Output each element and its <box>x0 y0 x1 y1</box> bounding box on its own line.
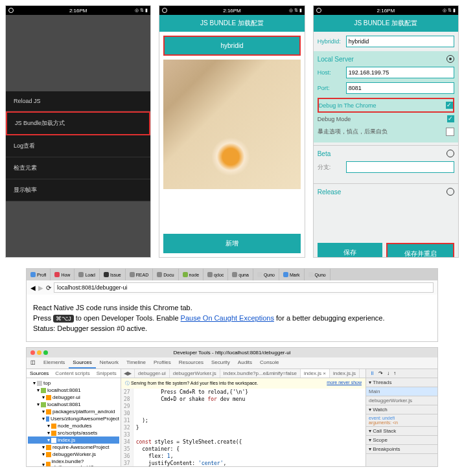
page-content: React Native JS code runs inside this Ch… <box>27 295 437 341</box>
file-tab[interactable]: index.bundle?p...e&minify=false <box>220 369 301 378</box>
tree-item[interactable]: ▾debuggerWorker.js <box>28 451 119 458</box>
tab-timeline[interactable]: Timeline <box>122 357 150 368</box>
tab[interactable]: Load <box>75 269 100 280</box>
menu-inspect[interactable]: 检查元素 <box>6 157 150 179</box>
file-tab[interactable]: debuggerWorker.js <box>170 369 220 378</box>
tab[interactable]: READ <box>126 269 153 280</box>
side-tab-snippets[interactable]: Snippets <box>93 369 120 378</box>
hybridid-input[interactable] <box>346 36 454 47</box>
file-tree: ▾top▾localhost:8081▾debugger-ui▾localhos… <box>27 378 121 466</box>
file-tab[interactable]: index.js.js <box>330 369 360 378</box>
step-in-icon[interactable]: ↓ <box>385 370 391 376</box>
tab[interactable]: qdoc <box>203 269 228 280</box>
port-input[interactable] <box>346 82 454 94</box>
tab-resources[interactable]: Resources <box>175 357 207 368</box>
save-restart-button[interactable]: 保存并重启 <box>386 243 454 258</box>
devtools-tabs: ◫ Elements Sources Network Timeline Prof… <box>27 357 437 369</box>
sources-sidebar: Sources Content scripts Snippets ▾top▾lo… <box>27 369 121 466</box>
chrome-devtools: Developer Tools - http://localhost:8081/… <box>26 347 438 467</box>
reload-icon[interactable]: ⟳ <box>46 284 51 291</box>
minimize-icon[interactable] <box>37 350 41 355</box>
tree-item[interactable]: ▾require-AwesomeProject <box>28 444 119 451</box>
info-line-1: React Native JS code runs inside this Ch… <box>33 304 431 312</box>
tab[interactable]: Mark <box>279 269 305 280</box>
branch-label: 分支: <box>318 163 346 172</box>
banner-link[interactable]: more never show <box>327 380 362 387</box>
close-icon[interactable] <box>30 350 35 355</box>
url-input[interactable] <box>54 282 434 293</box>
tree-item[interactable]: ▾localhost:8081 <box>28 387 119 394</box>
tree-item[interactable]: ▾index.js <box>28 436 119 444</box>
step-over-icon[interactable]: ↷ <box>377 370 385 376</box>
status-bar: 2:16PM ◎⇅▮ <box>314 6 458 15</box>
tab[interactable]: Issue <box>100 269 126 280</box>
tab-elements[interactable]: Elements <box>40 357 69 368</box>
tab[interactable]: Docu <box>153 269 178 280</box>
branch-input[interactable] <box>346 161 454 173</box>
beta-radio[interactable] <box>447 150 454 157</box>
tree-item[interactable]: ▾top <box>28 380 119 387</box>
add-button[interactable]: 新增 <box>163 234 300 253</box>
side-tab-sources[interactable]: Sources <box>27 369 52 378</box>
status-time: 2:16PM <box>377 8 395 14</box>
tree-item[interactable]: ▾Users/zilong/AwesomeProject <box>28 415 119 422</box>
devtools-titlebar: Developer Tools - http://localhost:8081/… <box>27 348 437 357</box>
sources-main: ◀▶debugger-uidebuggerWorker.jsindex.bund… <box>121 369 365 466</box>
tab-network[interactable]: Network <box>96 357 122 368</box>
debug-mode-checkbox[interactable]: ✓ <box>447 115 454 122</box>
source-code[interactable]: Press Cmd+R to reload,{'\n'} Cmd+D or sh… <box>133 389 251 466</box>
tab-audits[interactable]: Audits <box>234 357 256 368</box>
tab-console[interactable]: Console <box>256 357 283 368</box>
browser-tabs: Profi How Load Issue READ Docu node qdoc… <box>27 269 437 280</box>
file-tab[interactable]: index.js × <box>301 369 330 378</box>
tree-item[interactable]: ▾packages/platform_android <box>28 408 119 415</box>
tree-item[interactable]: ▾index.bundle?platform=android&m... <box>28 458 119 466</box>
menu-fps[interactable]: 显示帧率 <box>6 179 150 201</box>
menu-bundle-load[interactable]: JS Bundle加载方式 <box>6 111 150 135</box>
phone-1-dev-menu: 2:16PM ◎⇅▮ Reload JS JS Bundle加载方式 Log查看… <box>5 5 151 258</box>
line-gutter: 272829303132333435363738394041 <box>121 389 133 466</box>
status-line: Status: Debugger session #0 active. <box>33 324 431 332</box>
tab[interactable]: quna <box>228 269 253 280</box>
hybridid-button[interactable]: hybridid <box>163 36 300 56</box>
crash-checkbox[interactable] <box>446 128 454 136</box>
beta-title: Beta <box>318 150 331 157</box>
menu-reload-js[interactable]: Reload JS <box>6 91 150 111</box>
back-icon[interactable]: ◀ <box>30 284 36 291</box>
tab[interactable]: How <box>51 269 75 280</box>
host-label: Host: <box>318 69 346 76</box>
status-time: 2:16PM <box>223 8 241 14</box>
port-label: Port: <box>318 85 346 91</box>
phone-3-bundle-config: 2:16PM ◎⇅▮ JS BUNDLE 加载配置 HybridId: Loca… <box>313 5 459 258</box>
tab[interactable]: Quno <box>253 269 279 280</box>
save-button[interactable]: 保存 <box>318 243 383 258</box>
debug-sidebar: ⏸ ↷ ↓ ↑ ▾ Threads Main debuggerWorker.js… <box>365 369 437 466</box>
file-tab[interactable]: debugger-ui <box>135 369 170 378</box>
status-bar: 2:16PM ◎⇅▮ <box>159 6 304 15</box>
tree-item[interactable]: ▾node_modules <box>28 422 119 429</box>
tab[interactable]: node <box>179 269 204 280</box>
debug-chrome-checkbox[interactable]: ✓ <box>446 102 453 109</box>
step-out-icon[interactable]: ↑ <box>391 370 398 376</box>
tree-item[interactable]: ▾debugger-ui <box>28 394 119 401</box>
tab-profiles[interactable]: Profiles <box>150 357 175 368</box>
tab[interactable]: Profi <box>27 269 51 280</box>
status-time: 2:16PM <box>69 8 87 14</box>
pause-icon[interactable]: ⏸ <box>367 370 377 376</box>
page-title: JS BUNDLE 加载配置 <box>314 15 458 32</box>
tab-security[interactable]: Security <box>207 357 234 368</box>
tab[interactable]: Quno <box>305 269 331 280</box>
tree-item[interactable]: ▾localhost:8081 <box>28 401 119 408</box>
side-tab-content[interactable]: Content scripts <box>52 369 93 378</box>
zoom-icon[interactable] <box>43 350 48 355</box>
forward-icon[interactable]: ▶ <box>38 284 43 291</box>
menu-log[interactable]: Log查看 <box>6 135 150 157</box>
local-server-title: Local Server <box>318 56 354 63</box>
pause-exceptions-link[interactable]: Pause On Caught Exceptions <box>181 314 274 322</box>
crash-warn-label: 暴走选项，慎点，后果自负 <box>318 128 388 136</box>
tree-item[interactable]: ▾src/scripts/assets <box>28 429 119 436</box>
release-radio[interactable] <box>447 188 454 196</box>
host-input[interactable] <box>346 67 454 78</box>
local-server-radio[interactable] <box>447 55 454 63</box>
tab-sources[interactable]: Sources <box>69 357 95 368</box>
